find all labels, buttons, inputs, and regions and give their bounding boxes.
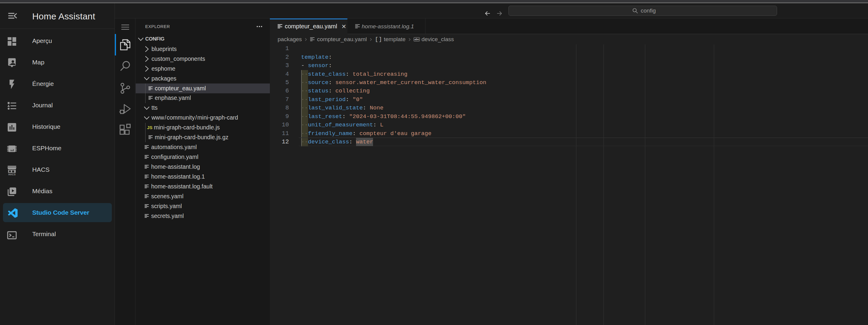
- svg-text:HACS: HACS: [8, 173, 16, 176]
